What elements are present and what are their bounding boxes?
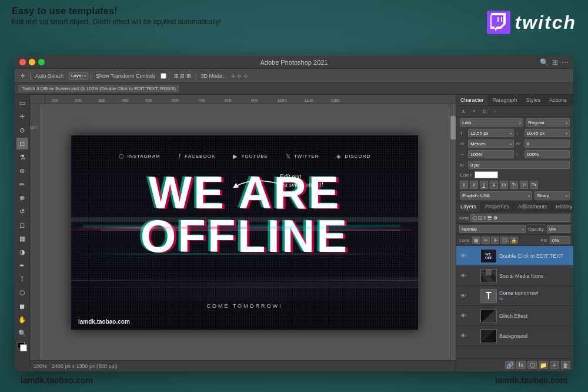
layer-row-bg[interactable]: 👁 Background: [456, 326, 573, 346]
eraser-tool[interactable]: ◻: [16, 219, 28, 231]
lock-pixels[interactable]: ✏: [482, 237, 490, 244]
kerning-input[interactable]: 0: [524, 139, 570, 148]
layer-row-text[interactable]: 👁 T Come tomorrow! fx: [456, 286, 573, 306]
pen-tool[interactable]: ✒: [16, 260, 28, 271]
history-brush[interactable]: ↺: [16, 205, 28, 217]
hand-tool[interactable]: ✋: [16, 314, 28, 325]
tab-styles[interactable]: Styles: [522, 95, 546, 105]
zoom-level[interactable]: 100%: [34, 363, 47, 369]
gradient-tool[interactable]: ▦: [16, 232, 28, 244]
brush-tool[interactable]: ✏: [16, 178, 28, 190]
delete-layer-btn[interactable]: 🗑: [561, 361, 570, 369]
layer-link-1[interactable]: [470, 252, 478, 260]
add-style-btn[interactable]: fx: [516, 361, 526, 369]
font-size-input[interactable]: 12,55 px▾: [468, 129, 514, 137]
h-scale-input[interactable]: 100%: [468, 150, 514, 158]
char-icon-4[interactable]: ▫: [490, 107, 500, 115]
char-icon-2[interactable]: ⌖: [469, 107, 479, 115]
allcaps-btn[interactable]: TT: [500, 181, 508, 189]
font-style-dropdown[interactable]: Regular▾: [526, 118, 570, 127]
color-swatch[interactable]: [475, 171, 498, 178]
kind-dropdown[interactable]: ⬡ ⊡ T ☰ ⚙: [470, 214, 570, 222]
layer-name-1: Double Click to EDIT TEXT: [499, 253, 570, 259]
opacity-input[interactable]: 0%: [547, 225, 570, 233]
clone-tool[interactable]: ⊗: [16, 192, 28, 204]
tab-paragraph[interactable]: Paragraph: [489, 95, 522, 105]
transform-checkbox[interactable]: [161, 73, 166, 79]
move-tool[interactable]: ✛: [18, 72, 28, 80]
crop-tool[interactable]: ⊡: [16, 138, 28, 150]
lock-position[interactable]: ✛: [491, 237, 499, 244]
scroll-bar-vertical[interactable]: [450, 104, 456, 360]
underline-btn[interactable]: T: [480, 181, 488, 189]
tracking-dropdown[interactable]: Metrics▾: [468, 139, 514, 148]
fill-input[interactable]: 0%: [550, 236, 570, 244]
layer-visibility-5[interactable]: 👁: [459, 332, 467, 340]
3d-icons[interactable]: ⊹ ⊹ ⊹: [229, 72, 250, 80]
link-layers-btn[interactable]: 🔗: [505, 361, 514, 369]
leading-input[interactable]: 10,45 px▾: [524, 129, 570, 137]
zoom-tool[interactable]: 🔍: [16, 327, 28, 339]
scroll-thumb-v[interactable]: [450, 116, 456, 139]
lock-all[interactable]: 🔒: [510, 237, 518, 244]
arrangement-icon[interactable]: ⊞: [552, 58, 558, 67]
strikethrough-btn[interactable]: T: [490, 181, 498, 189]
anti-alias-dropdown[interactable]: Sharp▾: [534, 191, 570, 200]
layer-visibility-3[interactable]: 👁: [459, 292, 467, 300]
layer-row-glitch[interactable]: 👁 Glitch Effect: [456, 306, 573, 326]
foreground-bg-color[interactable]: [16, 341, 28, 353]
close-button[interactable]: [19, 59, 26, 65]
layer-link-5[interactable]: [470, 332, 478, 340]
bold-btn[interactable]: T: [460, 181, 468, 189]
lock-artboard[interactable]: ⬡: [500, 237, 509, 244]
canvas-wrapper[interactable]: ⬡ INSTAGRAM ƒ FACEBOOK ▶ YOUTUBE: [39, 104, 450, 360]
layer-visibility-2[interactable]: 👁: [459, 272, 467, 280]
baseline-input[interactable]: 0 px: [468, 161, 570, 169]
tab-actions[interactable]: Actions: [545, 95, 572, 105]
auto-select-dropdown[interactable]: Layer▾: [69, 72, 88, 80]
path-tool[interactable]: ⬡: [16, 287, 28, 298]
lasso-tool[interactable]: ⊙: [16, 124, 28, 136]
v-scale-input[interactable]: 100%: [524, 150, 570, 158]
move-tool-icon[interactable]: ✛: [16, 111, 28, 122]
tab-layers[interactable]: Layers: [456, 201, 481, 212]
selection-tool[interactable]: ▭: [16, 97, 28, 109]
text-tool[interactable]: T: [16, 273, 28, 285]
blend-mode-dropdown[interactable]: Normal▾: [459, 225, 526, 233]
tab-properties[interactable]: Properties: [481, 201, 514, 212]
new-group-btn[interactable]: 📁: [539, 361, 548, 369]
layer-visibility-1[interactable]: 👁: [459, 252, 467, 260]
dodge-tool[interactable]: ◑: [16, 246, 28, 258]
layer-thumb-5: [480, 329, 497, 343]
heal-tool[interactable]: ⊕: [16, 165, 28, 177]
minimize-button[interactable]: [29, 59, 35, 65]
search-icon[interactable]: 🔍: [540, 58, 549, 67]
tab-character[interactable]: Character: [456, 95, 489, 105]
tab-adjustments[interactable]: Adjustments: [514, 201, 552, 212]
char-icon-1[interactable]: A: [459, 107, 468, 115]
layer-row-edit-text[interactable]: 👁 WEOFF Double Click to EDIT TEXT: [456, 246, 573, 266]
font-family-dropdown[interactable]: Lato▾: [460, 118, 523, 127]
tab-history[interactable]: History: [552, 201, 573, 212]
layer-link-4[interactable]: [470, 312, 478, 320]
eyedropper-tool[interactable]: ⚗: [16, 151, 28, 163]
align-buttons[interactable]: ⊞ ⊟ ⊠: [172, 72, 193, 80]
lock-transparent[interactable]: ▦: [472, 237, 480, 244]
superscript-btn[interactable]: T²: [520, 181, 528, 189]
subscript-btn[interactable]: T₂: [530, 181, 538, 189]
file-tab[interactable]: Twitch 3 Offline Screen.psd @ 100% (Doub…: [18, 85, 180, 92]
new-layer-btn[interactable]: +: [550, 361, 559, 369]
more-icon[interactable]: ⋯: [562, 58, 569, 67]
char-icon-3[interactable]: ⊡: [480, 107, 489, 115]
window-controls[interactable]: [19, 59, 45, 65]
layer-row-social[interactable]: 👁 Social Media Icons: [456, 266, 573, 286]
layer-link-3[interactable]: [470, 292, 478, 300]
layer-visibility-4[interactable]: 👁: [459, 312, 467, 320]
language-dropdown[interactable]: English: USA▾: [460, 191, 532, 200]
smallcaps-btn[interactable]: Tₜ: [510, 181, 518, 189]
italic-btn[interactable]: T: [470, 181, 478, 189]
maximize-button[interactable]: [38, 59, 45, 65]
shape-tool[interactable]: ◼: [16, 300, 28, 312]
add-mask-btn[interactable]: ⬡: [527, 361, 537, 369]
layer-link-2[interactable]: [470, 272, 478, 280]
